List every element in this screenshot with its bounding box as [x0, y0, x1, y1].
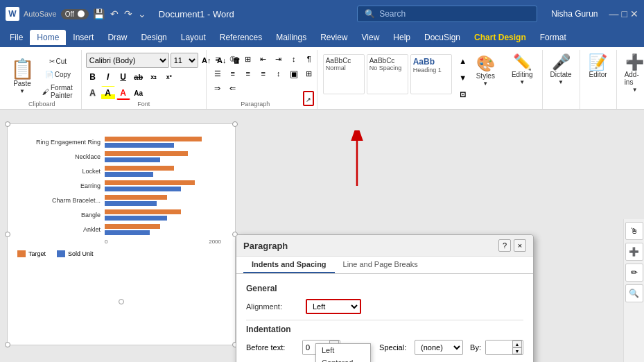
- handle-bm[interactable]: [119, 299, 124, 304]
- panel-btn-1[interactable]: 🖱: [625, 222, 643, 240]
- underline-button[interactable]: U: [116, 70, 130, 84]
- autosave-toggle[interactable]: Off: [61, 9, 89, 19]
- handle-tl[interactable]: [5, 121, 10, 127]
- undo-icon[interactable]: ↶: [110, 8, 119, 19]
- styles-button[interactable]: 🎨 Styles ▼: [473, 53, 498, 89]
- editor-button[interactable]: 📝 Editor: [584, 53, 612, 80]
- toolbar-icons: 💾 ↶ ↷ ⌄: [93, 8, 146, 19]
- menu-insert[interactable]: Insert: [66, 30, 101, 45]
- by-up[interactable]: ▲: [512, 341, 522, 347]
- numbering-button[interactable]: ①: [226, 53, 240, 65]
- superscript-button[interactable]: x²: [162, 70, 176, 84]
- panel-btn-2[interactable]: ➕: [625, 243, 643, 261]
- borders-button[interactable]: ⊞: [302, 67, 316, 80]
- tab-line-page-breaks[interactable]: Line and Page Breaks: [335, 257, 426, 273]
- subscript-button[interactable]: x₂: [147, 70, 161, 84]
- ribbon-paragraph: ≡ ① ⊞ ⇤ ⇥ ↕ ¶ ☰ ≡ ≡ ≡ ↕ ▣ ⊞ ⇒ ⇐ ↗ Paragr…: [207, 50, 317, 109]
- menu-layout[interactable]: Layout: [174, 30, 213, 45]
- text-highlight-button[interactable]: A: [101, 86, 115, 100]
- handle-ml[interactable]: [5, 232, 10, 237]
- editing-icon: ✏️: [513, 55, 532, 70]
- text-color-button[interactable]: A: [116, 86, 130, 100]
- decrease-indent-button[interactable]: ⇤: [256, 53, 270, 65]
- justify-button[interactable]: ≡: [256, 67, 270, 80]
- sold-bar: [105, 157, 160, 162]
- style-heading1[interactable]: AaBb Heading 1: [410, 54, 452, 94]
- by-input[interactable]: ▲ ▼: [485, 340, 523, 355]
- more-icon[interactable]: ⌄: [138, 8, 146, 19]
- dialog-help-button[interactable]: ?: [498, 239, 511, 252]
- handle-bl[interactable]: [5, 342, 10, 347]
- align-center-button[interactable]: ≡: [226, 67, 240, 80]
- by-down[interactable]: ▼: [512, 347, 522, 354]
- alignment-select[interactable]: Left Centered Right Justified Distribute…: [306, 299, 361, 314]
- sold-bar: [105, 230, 150, 235]
- styles-gallery: AaBbCc Normal AaBbCc No Spacing AaBb Hea…: [322, 53, 453, 96]
- search-box[interactable]: 🔍: [357, 6, 537, 22]
- shading-button[interactable]: ▣: [287, 67, 301, 80]
- increase-indent-button[interactable]: ⇥: [272, 53, 286, 65]
- italic-button[interactable]: I: [101, 70, 115, 84]
- handle-tr[interactable]: [232, 121, 238, 127]
- panel-btn-3[interactable]: ✏: [625, 264, 643, 282]
- styles-up-button[interactable]: ▲: [456, 54, 470, 68]
- menu-draw[interactable]: Draw: [101, 30, 134, 45]
- indentation-fields: Before text: ▲ ▼ Special:: [246, 340, 523, 361]
- paste-button[interactable]: 📋 Paste ▼: [7, 53, 37, 101]
- align-right-button[interactable]: ≡: [241, 67, 255, 80]
- style-normal[interactable]: AaBbCc Normal: [323, 54, 365, 94]
- bold-button[interactable]: B: [86, 70, 100, 84]
- menu-review[interactable]: Review: [313, 30, 354, 45]
- copy-button[interactable]: 📄Copy: [39, 69, 77, 80]
- menu-references[interactable]: References: [213, 30, 269, 45]
- maximize-icon[interactable]: □: [622, 8, 627, 19]
- tab-indents-spacing[interactable]: Indents and Spacing: [243, 257, 335, 273]
- paragraph-dialog-launcher[interactable]: ↗: [303, 91, 314, 106]
- font-family-select[interactable]: Calibri (Body): [86, 53, 169, 68]
- show-formatting-button[interactable]: ¶: [302, 53, 316, 65]
- menu-file[interactable]: File: [3, 30, 30, 45]
- menu-design[interactable]: Design: [134, 30, 173, 45]
- ribbon-clipboard: 📋 Paste ▼ ✂Cut 📄Copy 🖌Format Painter Cli…: [3, 50, 82, 109]
- text-effects-button[interactable]: A: [86, 86, 100, 100]
- panel-btn-4[interactable]: 🔍: [625, 284, 643, 302]
- option-centered[interactable]: Centered: [316, 356, 370, 362]
- sort-button[interactable]: ↕: [287, 53, 301, 65]
- addins-button[interactable]: ➕ Add-ins ▼: [621, 53, 644, 95]
- menu-help[interactable]: Help: [386, 30, 417, 45]
- menu-chart-design[interactable]: Chart Design: [467, 30, 533, 45]
- align-left-button[interactable]: ☰: [211, 67, 225, 80]
- dialog-close-button[interactable]: ×: [514, 239, 526, 252]
- bar-chart: Ring Engagement RingNecklaceLocketEarrin…: [15, 130, 228, 245]
- styles-down-button[interactable]: ▼: [456, 71, 470, 85]
- special-row: Special: (none) By: ▲ ▼: [379, 340, 523, 355]
- close-icon[interactable]: ✕: [630, 8, 638, 19]
- bullets-button[interactable]: ≡: [211, 53, 225, 65]
- format-painter-button[interactable]: 🖌Format Painter: [39, 82, 77, 101]
- dictate-button[interactable]: 🎤 Dictate ▼: [547, 53, 575, 87]
- menu-docusign[interactable]: DocuSign: [417, 30, 467, 45]
- toggle-dot: [78, 10, 85, 17]
- font-case-button[interactable]: Aa: [132, 86, 146, 100]
- multilevel-button[interactable]: ⊞: [241, 53, 255, 65]
- option-left[interactable]: Left: [316, 344, 370, 356]
- menu-format[interactable]: Format: [533, 30, 573, 45]
- cut-button[interactable]: ✂Cut: [39, 55, 77, 67]
- styles-more-button[interactable]: ⊡: [456, 87, 470, 101]
- minimize-icon[interactable]: —: [609, 8, 619, 19]
- rtl-button[interactable]: ⇐: [226, 82, 240, 94]
- save-icon[interactable]: 💾: [93, 8, 105, 19]
- ltr-button[interactable]: ⇒: [211, 82, 225, 94]
- line-spacing-button[interactable]: ↕: [272, 67, 286, 80]
- special-select[interactable]: (none): [415, 340, 463, 355]
- menu-mailings[interactable]: Mailings: [269, 30, 313, 45]
- redo-icon[interactable]: ↷: [124, 8, 132, 19]
- search-input[interactable]: [379, 9, 518, 19]
- bar-label: Charm Bracelet...: [15, 197, 101, 204]
- menu-view[interactable]: View: [355, 30, 387, 45]
- font-size-select[interactable]: 11: [171, 53, 198, 68]
- style-no-spacing[interactable]: AaBbCc No Spacing: [367, 54, 408, 94]
- strikethrough-button[interactable]: ab: [132, 70, 146, 84]
- editing-button[interactable]: ✏️ Editing ▼: [507, 53, 538, 87]
- menu-home[interactable]: Home: [30, 30, 66, 45]
